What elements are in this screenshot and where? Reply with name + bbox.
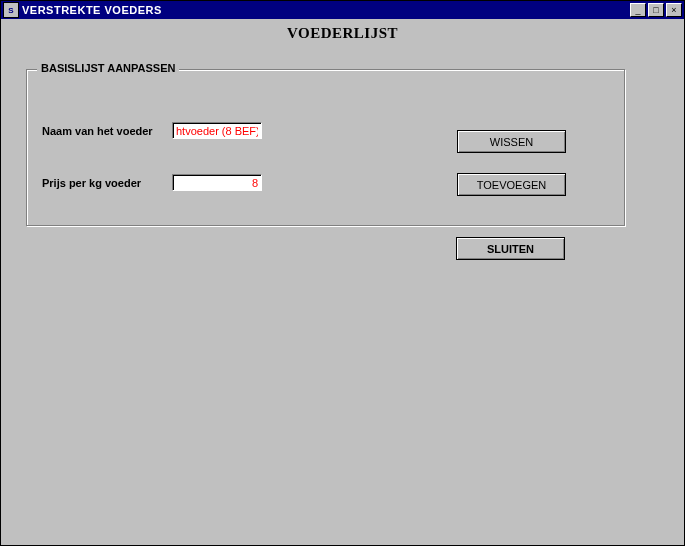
app-window: S VERSTREKTE VOEDERS _ □ × VOEDERLIJST B… (0, 0, 685, 546)
price-label: Prijs per kg voeder (42, 177, 172, 189)
row-price: Prijs per kg voeder (42, 174, 262, 191)
groupbox-basislijst-aanpassen: BASISLIJST AANPASSEN Naam van het voeder… (26, 69, 626, 227)
groupbox-title: BASISLIJST AANPASSEN (37, 62, 179, 74)
feed-name-input[interactable] (172, 122, 262, 139)
toevoegen-button[interactable]: TOEVOEGEN (457, 173, 566, 196)
title-bar: S VERSTREKTE VOEDERS _ □ × (1, 1, 684, 19)
app-icon: S (3, 2, 19, 18)
wissen-button[interactable]: WISSEN (457, 130, 566, 153)
window-controls: _ □ × (628, 3, 682, 17)
row-sluiten: SLUITEN (456, 237, 565, 260)
page-title: VOEDERLIJST (1, 19, 684, 42)
maximize-button[interactable]: □ (648, 3, 664, 17)
minimize-button[interactable]: _ (630, 3, 646, 17)
window-title: VERSTREKTE VOEDERS (22, 4, 628, 16)
client-area: VOEDERLIJST BASISLIJST AANPASSEN Naam va… (1, 19, 684, 545)
sluiten-button[interactable]: SLUITEN (456, 237, 565, 260)
row-toevoegen: TOEVOEGEN (457, 173, 566, 196)
row-wissen: WISSEN (457, 130, 566, 153)
feed-name-label: Naam van het voeder (42, 125, 172, 137)
close-button[interactable]: × (666, 3, 682, 17)
price-input[interactable] (172, 174, 262, 191)
row-feed-name: Naam van het voeder (42, 122, 262, 139)
